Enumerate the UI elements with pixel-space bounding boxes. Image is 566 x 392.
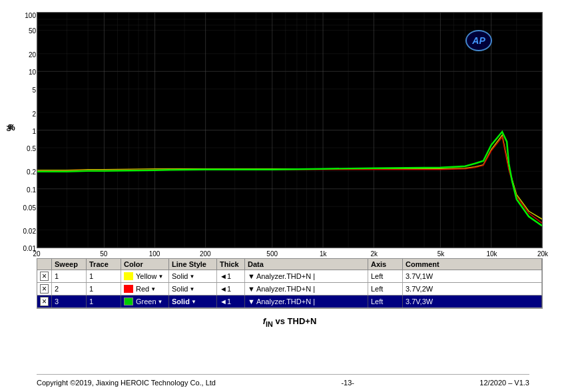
checkbox[interactable] xyxy=(40,297,49,306)
table-row[interactable]: 1 1 Yellow ▼ Solid ▼ ◄ 1 ▼ Analyzer.THD+… xyxy=(37,270,542,283)
row2-sweep: 2 xyxy=(52,283,87,295)
color-swatch-red xyxy=(124,285,133,293)
header-axis: Axis xyxy=(368,259,403,270)
table-row[interactable]: 3 1 Green ▼ Solid ▼ ◄ 1 ▼ Analyzer.THD+N… xyxy=(37,295,542,308)
row3-sweep: 3 xyxy=(52,295,87,307)
header-trace: Trace xyxy=(87,259,121,270)
header-check xyxy=(37,259,52,270)
row2-comment: 3.7V,2W xyxy=(403,283,542,295)
row2-linestyle[interactable]: Solid ▼ xyxy=(169,283,217,295)
row3-color[interactable]: Green ▼ xyxy=(121,295,169,307)
data-table: Sweep Trace Color Line Style Thick Data … xyxy=(37,258,543,309)
row2-color[interactable]: Red ▼ xyxy=(121,283,169,295)
color-swatch-yellow xyxy=(124,272,133,280)
row2-data[interactable]: ▼ Analyzer.THD+N | xyxy=(245,283,368,295)
row3-linestyle[interactable]: Solid ▼ xyxy=(169,295,217,307)
row2-thick: ◄ 1 xyxy=(217,283,245,295)
row3-trace: 1 xyxy=(87,295,121,307)
row3-check[interactable] xyxy=(37,295,52,307)
header-thick: Thick xyxy=(217,259,245,270)
chart-svg: .grid-major { stroke: #555; stroke-width… xyxy=(37,13,542,248)
row3-data[interactable]: ▼ Analyzer.THD+N | xyxy=(245,295,368,307)
row1-comment: 3.7V,1W xyxy=(403,270,542,282)
row1-axis: Left xyxy=(368,270,403,282)
header-comment: Comment xyxy=(403,259,542,270)
row2-trace: 1 xyxy=(87,283,121,295)
row1-trace: 1 xyxy=(87,270,121,282)
table-header-row: Sweep Trace Color Line Style Thick Data … xyxy=(37,259,542,270)
row1-color[interactable]: Yellow ▼ xyxy=(121,270,169,282)
ap-logo: AP xyxy=(465,30,492,51)
y-axis-ticks: 100 50 20 10 5 2 1 0.5 0.2 0.1 0.05 0.02… xyxy=(20,12,36,248)
page-number: -13- xyxy=(341,379,354,387)
row1-data[interactable]: ▼ Analyzer.THD+N | xyxy=(245,270,368,282)
checkbox[interactable] xyxy=(40,284,49,294)
row1-sweep: 1 xyxy=(52,270,87,282)
row3-comment: 3.7V,3W xyxy=(403,295,542,307)
row1-linestyle[interactable]: Solid ▼ xyxy=(169,270,217,282)
checkbox[interactable] xyxy=(40,272,49,281)
row3-axis: Left xyxy=(368,295,403,307)
row1-check[interactable] xyxy=(37,270,52,282)
header-data: Data xyxy=(245,259,368,270)
row2-axis: Left xyxy=(368,283,403,295)
version: 12/2020 – V1.3 xyxy=(479,379,529,387)
header-color: Color xyxy=(121,259,169,270)
copyright: Copyright ©2019, Jiaxing HEROIC Technolo… xyxy=(37,379,216,387)
header-sweep: Sweep xyxy=(52,259,87,270)
page-wrapper: % AP .grid-major { stroke: #555; strok xyxy=(0,0,566,392)
header-linestyle: Line Style xyxy=(169,259,217,270)
row1-thick: ◄ 1 xyxy=(217,270,245,282)
chart-area: AP .grid-major { stroke: #555; stroke-wi… xyxy=(37,12,543,248)
footer: Copyright ©2019, Jiaxing HEROIC Technolo… xyxy=(37,374,529,387)
chart-title: fIN vs THD+N xyxy=(37,316,543,328)
row2-check[interactable] xyxy=(37,283,52,295)
row3-thick: ◄ 1 xyxy=(217,295,245,307)
table-row[interactable]: 2 1 Red ▼ Solid ▼ ◄ 1 ▼ Analyzer.THD+N |… xyxy=(37,283,542,295)
color-swatch-green xyxy=(124,297,133,305)
y-axis-label: % xyxy=(8,123,15,132)
